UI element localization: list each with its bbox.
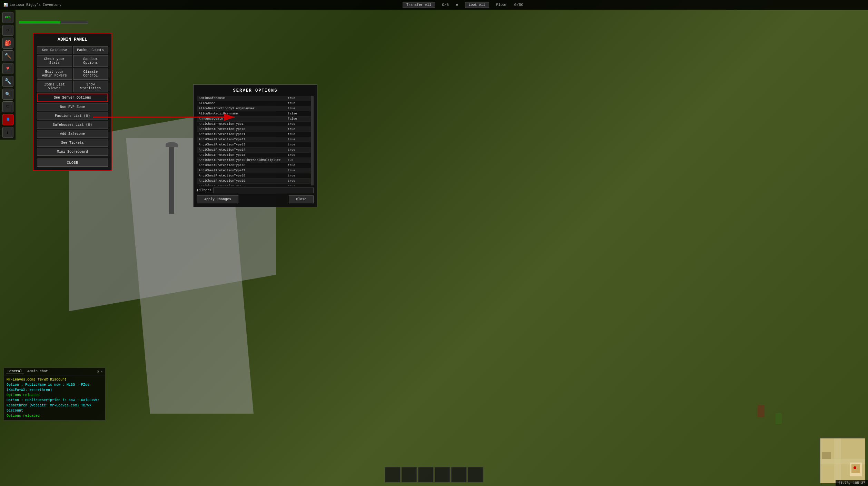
svg-rect-8 [822, 452, 831, 459]
items-list-viewer-button[interactable]: Items List Viewer [37, 81, 72, 92]
option-key: AntiCheatProtectionType16 [197, 163, 286, 168]
option-row[interactable]: AntiCheatProtectionType16true [197, 163, 314, 168]
sidebar-tool-icon[interactable]: 🔧 [2, 76, 13, 87]
mini-scoreboard-button[interactable]: Mini Scoreboard [37, 148, 108, 156]
option-value[interactable]: true [286, 127, 314, 132]
admin-close-button[interactable]: CLOSE [37, 159, 108, 167]
option-value[interactable]: true [286, 179, 314, 183]
option-row[interactable]: AntiCheatProtectionType19true [197, 179, 314, 184]
hotbar-slot-2[interactable] [402, 467, 417, 483]
filters-label: Filters [197, 189, 211, 192]
top-bar-center: Transfer All 0/8 ■ Loot All Floor 0/50 [403, 2, 523, 8]
floor-value: 0/50 [514, 3, 523, 7]
chat-message: Option : PublicName is now : MLSG - PZos… [7, 382, 102, 393]
option-value[interactable]: false [286, 111, 314, 116]
option-value[interactable]: true [286, 106, 314, 111]
option-row[interactable]: AntiCheatProtectionType15true [197, 153, 314, 158]
hotbar-slot-1[interactable] [385, 467, 401, 483]
server-options-close-button[interactable]: Close [289, 195, 314, 203]
check-stats-button[interactable]: Check your Stats [37, 55, 72, 67]
chat-controls: ⚙ ✕ [97, 369, 103, 374]
server-options-title: SERVER OPTIONS [197, 88, 314, 93]
show-statistics-button[interactable]: Show Statistics [73, 81, 108, 92]
sidebar-bag-icon[interactable]: 🎒 [2, 38, 13, 49]
option-value[interactable]: true [286, 168, 314, 173]
sidebar-admin-icon[interactable]: 👤 [2, 114, 13, 125]
option-row[interactable]: AntiCheatProtectionType12true [197, 137, 314, 142]
admin-panel: ADMIN PANEL See Database Packet Counts C… [33, 33, 112, 171]
chat-message: Options reloaded [7, 393, 102, 398]
filters-input[interactable] [213, 188, 314, 193]
top-bar-left: 📊 Larissa Rigby's Inventory [3, 3, 61, 7]
apply-changes-button[interactable]: Apply Changes [197, 195, 238, 203]
add-safezone-button[interactable]: Add Safezone [37, 130, 108, 138]
option-row[interactable]: AntiCheatProtectionType17true [197, 168, 314, 173]
see-database-button[interactable]: See Database [37, 46, 72, 54]
chat-close-icon[interactable]: ✕ [101, 369, 103, 374]
player-character-2 [776, 413, 782, 424]
option-value[interactable]: true [286, 137, 314, 142]
option-row[interactable]: AntiCheatProtectionType13true [197, 142, 314, 148]
sidebar-fps-icon[interactable]: FPS [2, 12, 13, 23]
option-row[interactable]: AntiCheatProtectionType2true [197, 184, 314, 185]
sidebar-heart-icon[interactable]: ♥ [2, 63, 13, 74]
health-bar-background [19, 21, 88, 24]
option-row[interactable]: AdminSafehousetrue [197, 96, 314, 101]
option-value[interactable]: true [286, 163, 314, 168]
option-row[interactable]: AntiCheatProtectionType14true [197, 148, 314, 153]
see-tickets-button[interactable]: See Tickets [37, 139, 108, 147]
admin-row-2: Check your Stats Sandbox Options [37, 55, 108, 67]
option-value[interactable]: true [286, 184, 314, 185]
admin-chat-tab[interactable]: Admin chat [26, 369, 50, 374]
transfer-all-button[interactable]: Transfer All [403, 2, 435, 8]
edit-admin-powers-button[interactable]: Edit your Admin Powers [37, 68, 72, 80]
admin-row-1: See Database Packet Counts [37, 46, 108, 54]
option-key: AntiCheatProtectionType15ThresholdMultip… [197, 158, 286, 163]
option-value[interactable]: true [286, 101, 314, 106]
option-key: AntiCheatProtectionType13 [197, 142, 286, 147]
option-value[interactable]: false [286, 117, 314, 121]
packet-counts-button[interactable]: Packet Counts [73, 46, 108, 54]
chat-settings-icon[interactable]: ⚙ [97, 369, 99, 374]
hotbar-slot-6[interactable] [468, 467, 483, 483]
coord-y: 105.37 [853, 481, 865, 485]
hotbar-slot-5[interactable] [451, 467, 467, 483]
chat-header: General Admin chat ⚙ ✕ [4, 368, 105, 375]
hotbar-slot-4[interactable] [435, 467, 450, 483]
option-key: AntiCheatProtectionType17 [197, 168, 286, 173]
chat-message: Option : PublicDescription is now : KaiF… [7, 398, 102, 413]
sidebar-shield-icon[interactable]: 🛡 [2, 101, 13, 112]
option-key: AntiCheatProtectionType10 [197, 127, 286, 132]
loot-all-button[interactable]: Loot All [465, 2, 489, 8]
option-value[interactable]: true [286, 153, 314, 158]
hotbar-slot-3[interactable] [418, 467, 434, 483]
option-value[interactable]: true [286, 96, 314, 101]
admin-panel-title: ADMIN PANEL [37, 37, 108, 42]
sidebar-health-circle[interactable]: ○ [2, 25, 13, 36]
climate-control-button[interactable]: Climate Control [73, 68, 108, 80]
option-value[interactable]: true [286, 132, 314, 137]
sidebar-info-icon[interactable]: ℹ [2, 127, 13, 138]
sidebar-magnify-icon[interactable]: 🔍 [2, 89, 13, 100]
option-key: AntiCheatProtectionType2 [197, 184, 286, 185]
option-row[interactable]: AntiCheatProtectionType18true [197, 173, 314, 179]
option-value[interactable]: 1.0 [286, 158, 314, 163]
health-bar-area [19, 19, 122, 26]
sandbox-options-button[interactable]: Sandbox Options [73, 55, 108, 67]
option-row[interactable]: AntiCheatProtectionType10true [197, 127, 314, 132]
option-value[interactable]: true [286, 122, 314, 126]
option-row[interactable]: AntiCheatProtectionType11true [197, 132, 314, 137]
option-value[interactable]: true [286, 142, 314, 147]
sidebar-hammer-icon[interactable]: 🔨 [2, 50, 13, 61]
mini-map[interactable] [820, 438, 865, 483]
see-server-options-button[interactable]: See Server Options [37, 93, 108, 102]
street-lamp [169, 145, 174, 214]
option-value[interactable]: true [286, 148, 314, 152]
option-row[interactable]: AllowCooptrue [197, 101, 314, 106]
option-row[interactable]: AntiCheatProtectionType15ThresholdMultip… [197, 158, 314, 163]
top-bar: 📊 Larissa Rigby's Inventory Transfer All… [0, 0, 868, 10]
chat-content: Mr-Leaves.com) TB/WX DiscountOption : Pu… [4, 375, 105, 420]
general-tab[interactable]: General [6, 369, 24, 374]
option-value[interactable]: true [286, 173, 314, 178]
option-key: AntiCheatProtectionType18 [197, 173, 286, 178]
